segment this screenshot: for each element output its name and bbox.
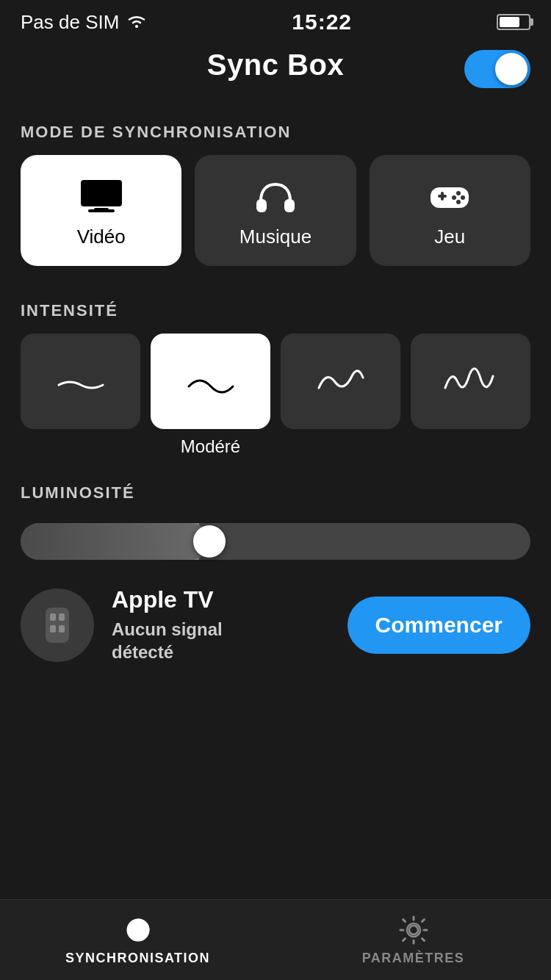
svg-point-0: [135, 25, 138, 28]
svg-rect-15: [59, 613, 65, 621]
intensity-moderate-icon: [181, 363, 240, 400]
wifi-icon: [126, 11, 147, 34]
brightness-section: LUMINOSITÉ: [0, 483, 551, 560]
nav-sync-label: SYNCHRONISATION: [65, 951, 210, 966]
brightness-slider[interactable]: [21, 523, 530, 560]
svg-rect-14: [50, 613, 56, 621]
intensity-moderate-label: Modéré: [151, 436, 270, 457]
svg-point-12: [452, 195, 456, 200]
mode-video-label: Vidéo: [77, 226, 126, 248]
apple-tv-section: Apple TV Aucun signal détecté Commencer: [0, 560, 551, 684]
mode-video-button[interactable]: Vidéo: [21, 155, 181, 266]
status-right: [497, 14, 530, 30]
intensity-high-button[interactable]: [281, 334, 400, 429]
svg-rect-8: [441, 192, 444, 201]
intensity-subtle-label: [21, 436, 140, 457]
intensity-label-row: Modéré: [0, 429, 551, 457]
remote-icon: [37, 605, 78, 646]
mode-grid: Vidéo Musique Jeu: [0, 155, 551, 266]
power-toggle-container: [464, 50, 530, 88]
brightness-label: LUMINOSITÉ: [21, 483, 530, 502]
toggle-knob: [495, 53, 527, 85]
nav-settings-label: PARAMÈTRES: [362, 951, 465, 966]
sync-nav-icon: [122, 914, 154, 946]
sync-mode-label: MODE DE SYNCHRONISATION: [0, 123, 551, 142]
brightness-fill: [21, 523, 209, 560]
svg-point-9: [456, 191, 461, 195]
intensity-label: INTENSITÉ: [0, 301, 551, 320]
intensity-subtle-icon: [51, 363, 110, 400]
svg-rect-13: [46, 608, 69, 643]
mode-game-button[interactable]: Jeu: [370, 155, 530, 266]
nav-sync[interactable]: SYNCHRONISATION: [0, 900, 276, 980]
status-left: Pas de SIM: [21, 11, 147, 34]
svg-point-10: [461, 195, 465, 200]
mode-game-label: Jeu: [434, 226, 465, 248]
carrier-text: Pas de SIM: [21, 11, 119, 34]
headphones-icon: [252, 177, 299, 215]
intensity-moderate-button[interactable]: [151, 334, 270, 429]
intensity-extreme-icon: [442, 363, 500, 400]
monitor-icon: [78, 177, 125, 215]
settings-nav-icon: [397, 914, 430, 946]
intensity-extreme-button[interactable]: [411, 334, 530, 429]
svg-point-11: [456, 200, 461, 204]
brightness-thumb[interactable]: [193, 525, 226, 558]
status-bar: Pas de SIM 15:22: [0, 0, 551, 41]
page-title: Sync Box: [207, 48, 344, 82]
intensity-extreme-label: [411, 436, 530, 457]
gamepad-icon: [426, 177, 473, 215]
mode-music-button[interactable]: Musique: [195, 155, 356, 266]
device-name: Apple TV: [112, 586, 330, 613]
mode-music-label: Musique: [240, 226, 311, 248]
intensity-high-label: [281, 436, 400, 457]
intensity-high-icon: [311, 363, 370, 400]
intensity-subtle-button[interactable]: [21, 334, 140, 429]
start-button[interactable]: Commencer: [347, 597, 530, 654]
power-toggle[interactable]: [464, 50, 530, 88]
bottom-nav: SYNCHRONISATION PARAMÈTRES: [0, 899, 551, 980]
device-status: Aucun signal détecté: [112, 618, 330, 663]
header: Sync Box: [0, 41, 551, 96]
status-time: 15:22: [292, 10, 352, 35]
battery-icon: [497, 14, 530, 30]
svg-rect-5: [284, 199, 295, 212]
svg-rect-1: [81, 180, 122, 206]
svg-rect-16: [50, 625, 56, 633]
battery-fill: [500, 17, 519, 27]
nav-settings[interactable]: PARAMÈTRES: [276, 900, 551, 980]
device-info: Apple TV Aucun signal détecté: [112, 586, 330, 663]
svg-rect-3: [88, 209, 115, 212]
apple-tv-device-icon: [21, 588, 94, 662]
intensity-grid: [0, 334, 551, 429]
svg-rect-4: [256, 199, 267, 212]
svg-point-21: [409, 926, 418, 934]
svg-rect-17: [59, 625, 65, 633]
svg-point-20: [136, 928, 140, 932]
